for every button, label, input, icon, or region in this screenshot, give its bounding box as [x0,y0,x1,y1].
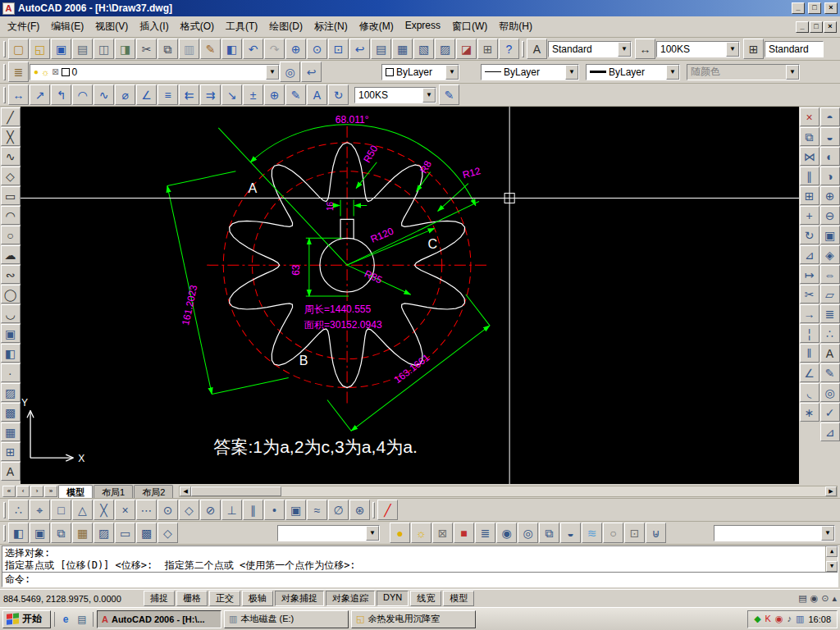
snap-center-icon[interactable]: ⊙ [158,500,178,520]
tools2-combo-right[interactable]: ▼ [714,525,835,541]
array-icon[interactable]: ⊞ [800,186,819,205]
snap-from-icon[interactable]: ⌖ [30,500,50,520]
layer-unisolate-icon[interactable]: ◎ [518,523,538,543]
status-lwt[interactable]: 线宽 [410,591,441,606]
chevron-down-icon[interactable]: ▼ [618,42,631,57]
scale-text-icon[interactable]: ⊿ [820,422,840,441]
draworder-above-icon[interactable]: ◐ [820,147,840,166]
snap-perpendicular-icon[interactable]: ⊥ [221,500,242,520]
publish-icon[interactable]: ◨ [115,39,135,59]
drawing-canvas[interactable]: 68.011° R50 R8 R12 R120 R85 161.2023 163… [21,107,799,484]
k-app-icon[interactable]: K [765,614,771,623]
antivirus-shield-icon[interactable]: ◆ [754,614,760,623]
layer-properties-manager-icon[interactable]: ≣ [8,62,29,82]
tab-model[interactable]: 模型 [58,485,93,498]
tabs-next-button[interactable]: › [30,486,43,497]
toolbar-grip[interactable] [522,41,524,57]
dist-icon[interactable]: ⇔ [820,265,840,284]
properties-icon[interactable]: ▤ [371,39,391,59]
zoom-realtime-icon[interactable]: ⊙ [307,39,327,59]
find-icon[interactable]: ◎ [820,383,840,402]
im-status-icon[interactable]: ◉ [775,614,783,623]
dim-style-combo[interactable]: 100KS ▼ [656,41,740,57]
sheetset-manager-icon[interactable]: ▨ [435,39,455,59]
dim-radius-icon[interactable]: ◠ [72,84,93,105]
dim-edit-icon[interactable]: ✎ [285,84,306,105]
paste-icon[interactable]: ▥ [179,39,199,59]
restore-button[interactable]: □ [808,2,821,14]
undo-icon[interactable]: ↶ [243,39,263,59]
menu-help[interactable]: 帮助(H) [493,16,538,37]
qnew-icon[interactable]: ▢ [8,39,29,59]
gradient-icon[interactable]: ▩ [1,403,21,422]
start-button[interactable]: 开始 [2,610,51,628]
point-icon[interactable]: ∙ [1,363,21,382]
task-folder[interactable]: ◱ 余热发电用沉降室 [351,610,476,628]
menu-edit[interactable]: 编辑(E) [45,16,89,37]
doc-restore-button[interactable]: □ [810,21,823,33]
tools2-combo[interactable]: ▼ [277,525,380,541]
make-block-icon[interactable]: ◧ [1,344,21,363]
snap-none-icon[interactable]: ∅ [328,500,349,520]
snap-apparent-intersection-icon[interactable]: × [115,500,135,520]
menu-file[interactable]: 文件(F) [2,16,45,37]
layer-freeze-icon[interactable]: ☼ [41,67,49,77]
arc-icon[interactable]: ◠ [1,206,21,225]
rotate-icon[interactable]: ↻ [800,226,819,244]
dim-diameter-icon[interactable]: ⌀ [115,84,135,105]
chevron-down-icon[interactable]: ▼ [565,65,578,80]
doc-minimize-button[interactable]: _ [796,21,809,33]
dim-style-control-combo[interactable]: 100KS ▼ [354,87,436,103]
menu-draw[interactable]: 绘图(D) [263,16,308,37]
snap-quadrant-icon[interactable]: ◇ [179,500,199,520]
hatch-icon[interactable]: ▨ [1,383,21,402]
coordinate-readout[interactable]: 884.5469, 2128.9975, 0.0000 [3,594,141,604]
snap-extension-icon[interactable]: ⋯ [136,500,157,520]
offset-icon[interactable]: ∥ [800,167,819,185]
status-otrack[interactable]: 对象追踪 [326,591,375,606]
snap-parallel-icon[interactable]: ∥ [243,500,263,520]
toolbar-grip[interactable] [3,64,6,80]
scroll-right-icon[interactable]: ▶ [825,486,837,496]
polygon-icon[interactable]: ◇ [1,167,21,185]
tabs-prev-button[interactable]: ‹ [16,486,30,497]
mirror-icon[interactable]: ⋈ [800,147,819,166]
cut-icon[interactable]: ✂ [136,39,157,59]
lineweight-control-combo[interactable]: ByLayer ▼ [586,64,680,80]
zoom-in-icon[interactable]: ⊕ [820,186,840,205]
command-box[interactable]: 选择对象: 指定基点或 [位移(D)] <位移>: 指定第二个点或 <使用第一个… [2,546,838,587]
layer-color-swatch[interactable] [62,68,70,76]
list-icon[interactable]: ≣ [820,304,840,323]
dim-linear-icon[interactable]: ↔ [8,84,29,105]
extend-icon[interactable]: → [800,304,819,323]
block-editor-icon[interactable]: ◧ [221,39,242,59]
color-control-combo[interactable]: ByLayer ▼ [381,64,459,80]
toolbar-grip[interactable] [3,87,6,103]
multiline-red-icon[interactable]: ╱ [377,500,398,520]
chamfer-icon[interactable]: ∠ [800,363,819,382]
chevron-down-icon[interactable]: ▼ [666,65,679,80]
toolbar-grip[interactable] [3,502,6,518]
doc-close-button[interactable]: × [824,21,837,33]
scrollbar-track[interactable] [281,486,825,496]
menu-tools[interactable]: 工具(T) [220,16,263,37]
task-local-disk-e[interactable]: ▥ 本地磁盘 (E:) [224,610,349,628]
dim-continue-icon[interactable]: ⇉ [200,84,221,105]
scrollbar-thumb[interactable] [191,486,281,496]
drawing-area[interactable]: 68.011° R50 R8 R12 R120 R85 161.2023 163… [21,107,799,484]
dim-jogged-icon[interactable]: ∿ [94,84,114,105]
plot-preview-icon[interactable]: ◫ [94,39,114,59]
dim-style-manager-icon[interactable]: ↔ [635,39,655,59]
fillet-icon[interactable]: ◟ [800,383,819,402]
spell-icon[interactable]: ✓ [820,403,840,422]
plot-icon[interactable]: ▤ [72,39,93,59]
status-ortho[interactable]: 正交 [209,591,240,606]
status-model[interactable]: 模型 [443,591,474,606]
center-mark-icon[interactable]: ⊕ [264,84,285,105]
close-button[interactable]: × [824,2,838,14]
task-autocad[interactable]: A AutoCAD 2006 - [H:\... [97,610,221,628]
menu-express[interactable]: Express [399,16,446,37]
redo-icon[interactable]: ↷ [264,39,285,59]
help-icon[interactable]: ? [499,39,519,59]
layer-combo[interactable]: ● ☼ ⊠ 0 ▼ [30,64,280,80]
